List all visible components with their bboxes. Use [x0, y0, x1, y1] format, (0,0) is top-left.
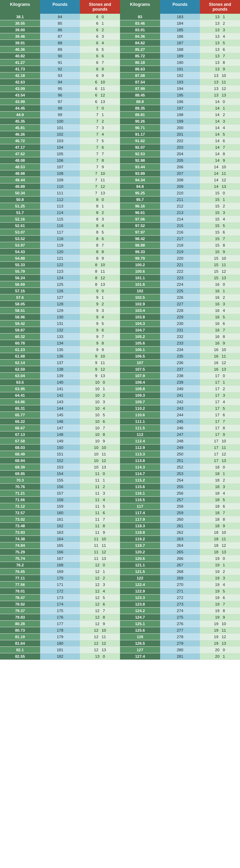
cell-st: 10 0: [80, 379, 120, 386]
table-row: 69.39 153 10 13 114.3 252 18 0: [0, 464, 240, 471]
cell-lb2: 261: [160, 523, 200, 529]
cell-kg: 82.1: [0, 647, 40, 653]
cell-kg: 43.54: [0, 92, 40, 99]
cell-st: 8 1: [80, 203, 120, 210]
cell-lb2: 248: [160, 438, 200, 444]
table-row: 49.44 109 7 11 94.34 208 14 12: [0, 177, 240, 183]
cell-kg: 73.48: [0, 523, 40, 529]
cell-lb2: 186: [160, 33, 200, 40]
cell-lb: 152: [40, 458, 80, 464]
cell-st: 12 11: [80, 634, 120, 640]
table-row: 50.34 111 7 13 95.25 210 15 0: [0, 190, 240, 196]
cell-lb2: 187: [160, 40, 200, 46]
table-row: 78.47 173 12 5 123.3 272 19 6: [0, 595, 240, 601]
table-row: 57.15 126 9 0 102 225 16 1: [0, 288, 240, 294]
table-row: 48.98 108 7 10 93.89 207 14 11: [0, 170, 240, 177]
cell-lb2: 272: [160, 595, 200, 601]
table-row: 52.61 116 8 4 97.52 215 15 5: [0, 223, 240, 229]
table-row: 63.04 139 9 13 107.9 238 17 0: [0, 373, 240, 379]
cell-st: 8 4: [80, 223, 120, 229]
cell-kg2: 85.72: [120, 53, 160, 59]
table-row: 63.5 140 10 0 108.4 239 17 1: [0, 379, 240, 386]
cell-st: 11 13: [80, 555, 120, 562]
cell-st2: 19 5: [200, 588, 240, 595]
cell-st2: 17 12: [200, 451, 240, 458]
cell-st: 10 6: [80, 418, 120, 425]
cell-lb: 158: [40, 497, 80, 503]
cell-lb2: 256: [160, 490, 200, 497]
cell-st2: 16 1: [200, 288, 240, 294]
cell-st2: 19 7: [200, 601, 240, 608]
cell-kg2: 122.9: [120, 588, 160, 595]
cell-st: 6 0: [80, 14, 120, 20]
cell-st: 9 0: [80, 288, 120, 294]
cell-lb2: 203: [160, 144, 200, 151]
cell-st2: 14 11: [200, 170, 240, 177]
cell-kg: 79.83: [0, 614, 40, 621]
cell-kg2: 100.2: [120, 262, 160, 268]
cell-kg2: 96.61: [120, 210, 160, 216]
cell-kg2: 121.5: [120, 568, 160, 575]
cell-kg2: 107: [120, 360, 160, 366]
table-row: 42.18 93 6 9 87.08 192 13 10: [0, 72, 240, 79]
cell-st: 9 10: [80, 353, 120, 360]
cell-kg2: 98.88: [120, 242, 160, 249]
cell-lb2: 255: [160, 484, 200, 490]
cell-st2: 19 2: [200, 568, 240, 575]
cell-lb: 129: [40, 307, 80, 314]
cell-st: 12 4: [80, 588, 120, 595]
cell-kg2: 111.1: [120, 418, 160, 425]
cell-st: 7 7: [80, 151, 120, 157]
cell-kg2: 83: [120, 14, 160, 20]
cell-kg: 77.56: [0, 582, 40, 588]
cell-kg2: 109.3: [120, 392, 160, 399]
cell-st: 9 2: [80, 301, 120, 307]
cell-kg2: 102: [120, 288, 160, 294]
cell-st: 9 8: [80, 340, 120, 347]
cell-lb: 157: [40, 490, 80, 497]
cell-lb2: 235: [160, 353, 200, 360]
cell-st2: 15 3: [200, 210, 240, 216]
cell-kg: 49.44: [0, 177, 40, 183]
cell-lb2: 245: [160, 418, 200, 425]
cell-st: 7 3: [80, 125, 120, 131]
cell-st: 8 2: [80, 210, 120, 216]
cell-st2: 14 0: [200, 99, 240, 105]
cell-kg: 70.3: [0, 477, 40, 484]
cell-st2: 18 12: [200, 542, 240, 549]
cell-kg2: 97.97: [120, 229, 160, 236]
cell-st: 12 9: [80, 621, 120, 627]
cell-kg: 58.96: [0, 314, 40, 320]
table-row: 77.11 170 12 2 122 269 19 3: [0, 575, 240, 582]
cell-st: 6 9: [80, 72, 120, 79]
cell-st2: 19 0: [200, 555, 240, 562]
table-row: 68.49 151 10 11 113.3 250 17 12: [0, 451, 240, 458]
table-row: 58.51 129 9 3 103.4 228 16 4: [0, 307, 240, 314]
cell-lb2: 260: [160, 516, 200, 523]
cell-st: 12 12: [80, 640, 120, 647]
cell-kg2: 102.9: [120, 301, 160, 307]
header-kg2: Kilograms: [120, 0, 160, 14]
cell-kg: 65.31: [0, 405, 40, 412]
cell-st2: 19 6: [200, 595, 240, 601]
cell-st2: 18 5: [200, 497, 240, 503]
cell-st: 10 2: [80, 392, 120, 399]
cell-kg: 46.72: [0, 138, 40, 144]
cell-lb: 123: [40, 268, 80, 275]
cell-lb: 161: [40, 516, 80, 523]
cell-kg2: 123.3: [120, 595, 160, 601]
cell-lb: 96: [40, 92, 80, 99]
table-row: 44.9 99 7 1 89.81 198 14 2: [0, 112, 240, 118]
cell-st: 7 11: [80, 177, 120, 183]
cell-lb: 124: [40, 275, 80, 281]
cell-kg: 41.73: [0, 66, 40, 72]
cell-lb: 109: [40, 177, 80, 183]
table-row: 63.95 141 10 1 108.8 240 17 2: [0, 386, 240, 392]
cell-lb2: 216: [160, 229, 200, 236]
cell-st: 9 11: [80, 360, 120, 366]
cell-kg2: 120.2: [120, 549, 160, 555]
cell-lb: 178: [40, 627, 80, 634]
cell-lb2: 188: [160, 46, 200, 53]
cell-kg: 68.49: [0, 451, 40, 458]
cell-st: 8 7: [80, 242, 120, 249]
